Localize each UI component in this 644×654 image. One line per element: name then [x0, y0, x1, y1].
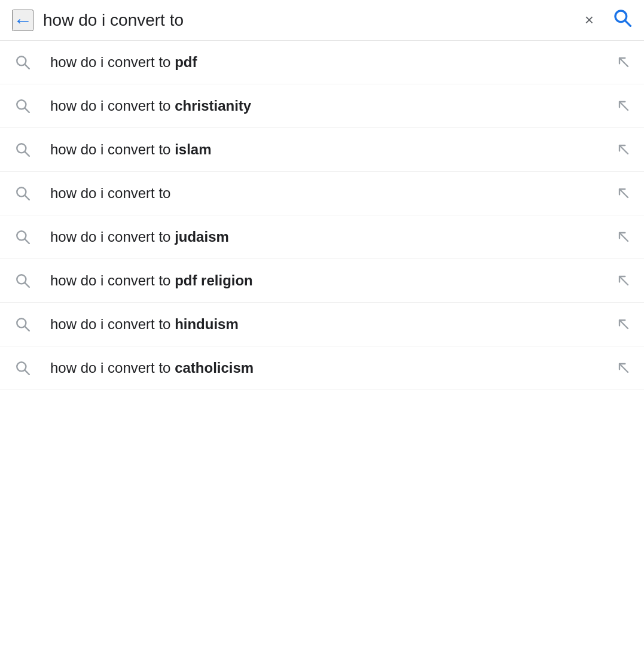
clear-button[interactable]: ×	[585, 11, 594, 29]
autofill-arrow-icon	[615, 141, 632, 158]
svg-line-9	[25, 152, 29, 156]
suggestion-item[interactable]: how do i convert to pdf religion	[0, 259, 644, 303]
suggestions-list: how do i convert to pdf how do i convert…	[0, 41, 644, 390]
svg-line-15	[25, 239, 29, 244]
autofill-arrow-icon	[615, 54, 632, 71]
suggestion-text: how do i convert to judaism	[50, 229, 615, 245]
search-suggestion-icon	[12, 317, 33, 332]
search-suggestion-icon	[12, 273, 33, 288]
search-input-wrap	[43, 11, 575, 30]
svg-line-25	[619, 364, 628, 372]
svg-line-22	[619, 320, 628, 328]
svg-line-3	[25, 65, 29, 69]
svg-line-10	[619, 145, 628, 154]
suggestion-item[interactable]: how do i convert to judaism	[0, 215, 644, 259]
search-bar: ← ×	[0, 0, 644, 41]
search-suggestion-icon	[12, 142, 33, 157]
suggestion-text: how do i convert to christianity	[50, 98, 615, 114]
search-suggestion-icon	[12, 54, 33, 70]
suggestion-text: how do i convert to	[50, 185, 615, 202]
autofill-arrow-icon	[615, 316, 632, 333]
autofill-arrow-icon	[615, 185, 632, 202]
search-suggestion-icon	[12, 360, 33, 376]
svg-line-1	[625, 21, 631, 26]
suggestion-text: how do i convert to pdf religion	[50, 272, 615, 289]
svg-line-16	[619, 233, 628, 241]
svg-line-6	[25, 108, 29, 112]
suggestion-text: how do i convert to pdf	[50, 54, 615, 71]
suggestion-text: how do i convert to catholicism	[50, 360, 615, 376]
back-button[interactable]: ←	[12, 10, 33, 31]
search-suggestion-icon	[12, 185, 33, 201]
svg-line-21	[25, 327, 29, 331]
search-suggestion-icon	[12, 98, 33, 114]
search-input[interactable]	[43, 11, 575, 30]
search-submit-button[interactable]	[613, 8, 632, 32]
suggestion-item[interactable]: how do i convert to hinduism	[0, 303, 644, 346]
suggestion-item[interactable]: how do i convert to	[0, 172, 644, 215]
search-suggestion-icon	[12, 229, 33, 245]
svg-line-19	[619, 276, 628, 285]
suggestion-item[interactable]: how do i convert to christianity	[0, 84, 644, 128]
suggestion-item[interactable]: how do i convert to catholicism	[0, 346, 644, 390]
autofill-arrow-icon	[615, 360, 632, 376]
back-arrow-icon: ←	[13, 11, 32, 30]
svg-line-7	[619, 102, 628, 110]
suggestion-item[interactable]: how do i convert to islam	[0, 128, 644, 172]
svg-line-24	[25, 370, 29, 375]
suggestion-text: how do i convert to hinduism	[50, 316, 615, 333]
suggestion-item[interactable]: how do i convert to pdf	[0, 41, 644, 84]
search-icon	[613, 8, 632, 28]
svg-line-4	[619, 58, 628, 66]
svg-line-13	[619, 189, 628, 197]
svg-line-12	[25, 196, 29, 200]
svg-line-18	[25, 283, 29, 287]
suggestion-text: how do i convert to islam	[50, 141, 615, 158]
autofill-arrow-icon	[615, 272, 632, 289]
autofill-arrow-icon	[615, 98, 632, 114]
autofill-arrow-icon	[615, 229, 632, 245]
